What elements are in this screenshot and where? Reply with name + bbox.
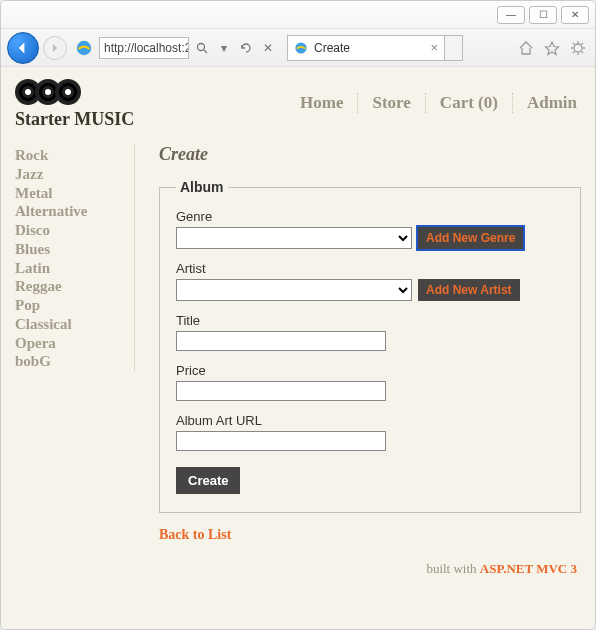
field-price: Price bbox=[176, 363, 564, 401]
nav-back-button[interactable] bbox=[7, 32, 39, 64]
browser-toolbar: http://localhost:24 ▾ ✕ Create × bbox=[1, 29, 595, 67]
art-url-label: Album Art URL bbox=[176, 413, 564, 428]
add-artist-button[interactable]: Add New Artist bbox=[418, 279, 520, 301]
tab-strip: Create × bbox=[287, 35, 507, 61]
page-footer: built with ASP.NET MVC 3 bbox=[159, 561, 581, 577]
nav-admin[interactable]: Admin bbox=[513, 93, 581, 113]
title-input[interactable] bbox=[176, 331, 386, 351]
genre-select[interactable] bbox=[176, 227, 412, 249]
page-heading: Create bbox=[159, 144, 581, 165]
site-header: Starter MUSIC Home Store Cart (0) Admin bbox=[15, 75, 581, 130]
artist-label: Artist bbox=[176, 261, 564, 276]
svg-point-1 bbox=[198, 43, 205, 50]
nav-forward-button[interactable] bbox=[43, 36, 67, 60]
field-art-url: Album Art URL bbox=[176, 413, 564, 451]
dropdown-icon[interactable]: ▾ bbox=[215, 39, 233, 57]
nav-cart[interactable]: Cart (0) bbox=[426, 93, 513, 113]
create-button[interactable]: Create bbox=[176, 467, 240, 494]
window-titlebar: — ☐ ✕ bbox=[1, 1, 595, 29]
nav-store[interactable]: Store bbox=[358, 93, 425, 113]
window-close-button[interactable]: ✕ bbox=[561, 6, 589, 24]
footer-prefix: built with bbox=[426, 561, 479, 576]
sidebar-item[interactable]: Blues bbox=[15, 240, 126, 259]
arrow-left-icon bbox=[16, 41, 30, 55]
address-text: http://localhost:24 bbox=[104, 41, 189, 55]
stop-icon[interactable]: ✕ bbox=[259, 39, 277, 57]
main-content: Create Album Genre Add New Genre Artist bbox=[135, 144, 581, 577]
sidebar-item[interactable]: Pop bbox=[15, 296, 126, 315]
sidebar-item[interactable]: Alternative bbox=[15, 202, 126, 221]
window-minimize-button[interactable]: — bbox=[497, 6, 525, 24]
browser-tab[interactable]: Create × bbox=[287, 35, 445, 61]
sidebar-item[interactable]: Opera bbox=[15, 334, 126, 353]
svg-line-11 bbox=[573, 51, 575, 53]
search-icon[interactable] bbox=[193, 39, 211, 57]
home-icon[interactable] bbox=[517, 39, 535, 57]
refresh-icon[interactable] bbox=[237, 39, 255, 57]
favorites-icon[interactable] bbox=[543, 39, 561, 57]
new-tab-button[interactable] bbox=[445, 35, 463, 61]
album-fieldset: Album Genre Add New Genre Artist Add New… bbox=[159, 179, 581, 513]
body-row: Rock Jazz Metal Alternative Disco Blues … bbox=[15, 144, 581, 577]
ie-logo-icon bbox=[75, 39, 93, 57]
genre-sidebar: Rock Jazz Metal Alternative Disco Blues … bbox=[15, 144, 135, 371]
sidebar-item[interactable]: Latin bbox=[15, 259, 126, 278]
sidebar-item[interactable]: Rock bbox=[15, 146, 126, 165]
sidebar-item[interactable]: Classical bbox=[15, 315, 126, 334]
svg-line-12 bbox=[582, 43, 584, 45]
tools-icon[interactable] bbox=[569, 39, 587, 57]
field-artist: Artist Add New Artist bbox=[176, 261, 564, 301]
sidebar-item[interactable]: Metal bbox=[15, 184, 126, 203]
page-viewport: Starter MUSIC Home Store Cart (0) Admin … bbox=[1, 67, 595, 629]
sidebar-item[interactable]: Reggae bbox=[15, 277, 126, 296]
top-nav: Home Store Cart (0) Admin bbox=[286, 93, 581, 113]
sidebar-item[interactable]: Jazz bbox=[15, 165, 126, 184]
tab-title: Create bbox=[314, 41, 350, 55]
tab-close-button[interactable]: × bbox=[430, 40, 438, 55]
fieldset-legend: Album bbox=[176, 179, 228, 195]
footer-link[interactable]: ASP.NET MVC 3 bbox=[480, 561, 577, 576]
price-input[interactable] bbox=[176, 381, 386, 401]
artist-select[interactable] bbox=[176, 279, 412, 301]
sidebar-item[interactable]: Disco bbox=[15, 221, 126, 240]
arrow-right-icon bbox=[50, 43, 60, 53]
back-to-list-link[interactable]: Back to List bbox=[159, 527, 231, 543]
svg-line-9 bbox=[573, 43, 575, 45]
ie-logo-icon bbox=[294, 41, 308, 55]
toolbar-right bbox=[517, 39, 587, 57]
title-label: Title bbox=[176, 313, 564, 328]
add-genre-button[interactable]: Add New Genre bbox=[418, 227, 523, 249]
art-url-input[interactable] bbox=[176, 431, 386, 451]
logo-block: Starter MUSIC bbox=[15, 79, 134, 130]
genre-label: Genre bbox=[176, 209, 564, 224]
logo-icon bbox=[15, 79, 134, 105]
address-bar[interactable]: http://localhost:24 bbox=[99, 37, 189, 59]
field-title: Title bbox=[176, 313, 564, 351]
field-genre: Genre Add New Genre bbox=[176, 209, 564, 249]
browser-window: — ☐ ✕ http://localhost:24 ▾ ✕ bbox=[0, 0, 596, 630]
svg-point-4 bbox=[574, 44, 582, 52]
svg-line-2 bbox=[204, 50, 207, 53]
price-label: Price bbox=[176, 363, 564, 378]
nav-home[interactable]: Home bbox=[286, 93, 358, 113]
sidebar-item[interactable]: bobG bbox=[15, 352, 126, 371]
site-title: Starter MUSIC bbox=[15, 109, 134, 130]
window-maximize-button[interactable]: ☐ bbox=[529, 6, 557, 24]
svg-line-10 bbox=[582, 51, 584, 53]
